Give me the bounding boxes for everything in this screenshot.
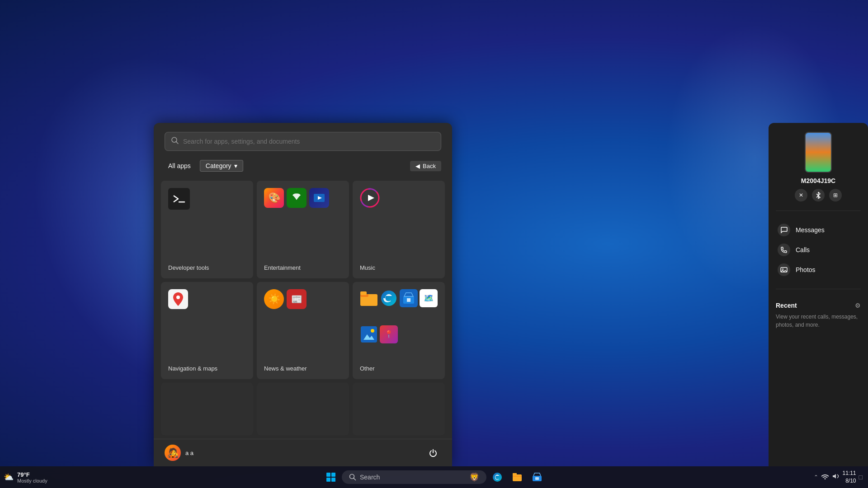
system-clock[interactable]: 11:11 8/10 [843, 469, 856, 485]
taskbar-search-icon [349, 474, 356, 481]
search-box[interactable] [165, 132, 441, 151]
desktop: All apps Category ▾ ◀ Back Developer too… [0, 0, 868, 488]
svg-rect-23 [331, 473, 335, 477]
news-weather-label: News & weather [264, 365, 342, 372]
nav-bar: All apps Category ▾ ◀ Back [154, 156, 452, 177]
svg-marker-33 [833, 474, 836, 479]
back-arrow-icon: ◀ [415, 163, 420, 169]
category-music[interactable]: Music [353, 181, 445, 278]
temperature: 79°F [17, 471, 47, 478]
svg-line-27 [354, 478, 356, 480]
svg-rect-32 [535, 477, 539, 480]
phone-controls: ✕ ⊞ [795, 189, 842, 202]
developer-tools-label: Developer tools [168, 264, 246, 271]
phone-bluetooth-button[interactable] [812, 189, 825, 202]
taskbar-store-button[interactable] [528, 468, 546, 486]
all-apps-button[interactable]: All apps [165, 160, 194, 171]
groove-music-icon [360, 188, 380, 208]
svg-marker-15 [404, 293, 413, 296]
photos-item[interactable]: Photos [776, 260, 861, 280]
music-label: Music [360, 264, 438, 271]
weather-info: 79°F Mostly cloudy [17, 471, 47, 483]
phone-panel: M2004J19C ✕ ⊞ Messages Calls [769, 123, 868, 466]
network-icon[interactable] [821, 473, 829, 482]
category-dropdown[interactable]: Category ▾ [200, 160, 243, 172]
category-developer-tools[interactable]: Developer tools [161, 181, 253, 278]
apps-grid: Developer tools 🎨 Entertainment [154, 177, 452, 439]
svg-rect-30 [513, 473, 517, 475]
entertainment-icons: 🎨 [264, 188, 342, 259]
windows-icon [326, 472, 336, 482]
calls-label: Calls [796, 246, 810, 253]
weather-widget[interactable]: ⛅ 79°F Mostly cloudy [0, 469, 51, 485]
svg-rect-17 [361, 326, 377, 343]
file-explorer-icon [360, 289, 378, 307]
system-tray-expand[interactable]: ⌃ [814, 474, 818, 480]
svg-rect-22 [326, 473, 330, 477]
weather-description: Mostly cloudy [17, 478, 47, 483]
phone-close-button[interactable]: ✕ [795, 189, 807, 202]
category-other[interactable]: 🗺️ 📍 Other [353, 282, 445, 380]
svg-line-1 [176, 142, 179, 144]
movies-tv-icon [309, 188, 329, 208]
phone-screen [806, 133, 831, 172]
news-weather-icons: ☀️ 📰 [264, 289, 342, 360]
recent-header: Recent ⚙ [776, 302, 861, 309]
taskbar-right: ⌃ 11:11 8/10 □ [814, 469, 868, 485]
notification-icon[interactable]: □ [859, 474, 863, 481]
search-input[interactable] [183, 138, 434, 145]
taskbar-search-label: Search [360, 474, 380, 481]
calls-icon [778, 244, 790, 256]
windows-start-button[interactable] [322, 468, 340, 486]
entertainment-label: Entertainment [264, 264, 342, 271]
category-label: Category [206, 162, 231, 169]
taskbar-search-bar[interactable]: Search 🦁 [342, 470, 486, 484]
search-area [154, 123, 452, 156]
mascot-icon: 🦁 [469, 472, 479, 482]
svg-rect-16 [407, 298, 410, 302]
svg-point-9 [176, 296, 180, 299]
photos-icon [360, 325, 378, 343]
edge-taskbar-icon [492, 472, 502, 482]
back-button[interactable]: ◀ Back [410, 161, 441, 171]
svg-point-28 [493, 473, 502, 482]
messages-item[interactable]: Messages [776, 220, 861, 240]
taskbar-center-icons: Search 🦁 [322, 468, 546, 486]
user-info[interactable]: 🧑‍🎤 a a [165, 445, 193, 461]
category-placeholder-3 [353, 383, 445, 435]
taskbar-files-button[interactable] [508, 468, 526, 486]
clock-time: 11:11 [843, 469, 856, 477]
category-navigation[interactable]: Navigation & maps [161, 282, 253, 380]
phone-device-name: M2004J19C [801, 177, 835, 184]
files-taskbar-icon [512, 472, 522, 482]
recent-label: Recent [776, 302, 797, 309]
terminal-icon [168, 188, 190, 210]
bottom-bar: 🧑‍🎤 a a [154, 439, 452, 466]
phone-menu: Messages Calls Photos [776, 220, 861, 280]
store-taskbar-icon [532, 472, 542, 482]
start-menu: All apps Category ▾ ◀ Back Developer too… [154, 123, 452, 466]
volume-icon[interactable] [832, 473, 840, 482]
category-news-weather[interactable]: ☀️ 📰 News & weather [257, 282, 349, 380]
microsoft-store-icon [400, 289, 418, 307]
edge-icon [380, 289, 398, 307]
power-button[interactable] [425, 445, 441, 461]
svg-marker-8 [368, 195, 374, 201]
search-icon [171, 137, 179, 146]
messages-label: Messages [796, 226, 825, 234]
other-icons: 🗺️ 📍 [360, 289, 438, 360]
music-icons [360, 188, 438, 259]
chevron-down-icon: ▾ [234, 162, 237, 169]
recent-settings-button[interactable]: ⚙ [855, 302, 861, 309]
taskbar-edge-button[interactable] [488, 468, 506, 486]
photos-menu-icon [778, 263, 790, 276]
photos-label: Photos [796, 266, 816, 273]
svg-rect-25 [331, 478, 335, 482]
acrylic-icon: 📍 [380, 325, 398, 343]
calls-item[interactable]: Calls [776, 240, 861, 260]
phone-disconnect-button[interactable]: ⊞ [829, 189, 842, 202]
phone-mockup [805, 132, 832, 173]
navigation-icons [168, 289, 246, 360]
divider-2 [776, 289, 861, 289]
category-entertainment[interactable]: 🎨 Entertainment [257, 181, 349, 278]
